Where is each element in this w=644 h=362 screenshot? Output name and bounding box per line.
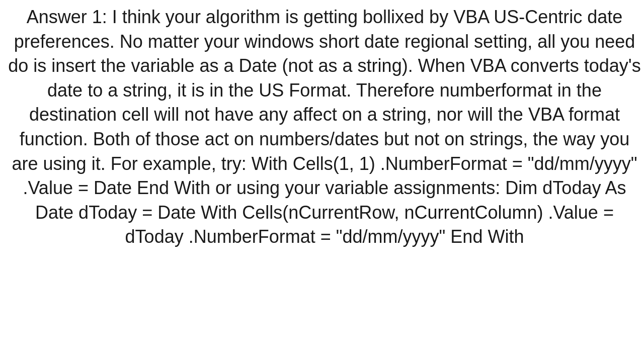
content-area: Answer 1: I think your algorithm is gett… [0,0,644,362]
answer-text: Answer 1: I think your algorithm is gett… [5,5,644,249]
